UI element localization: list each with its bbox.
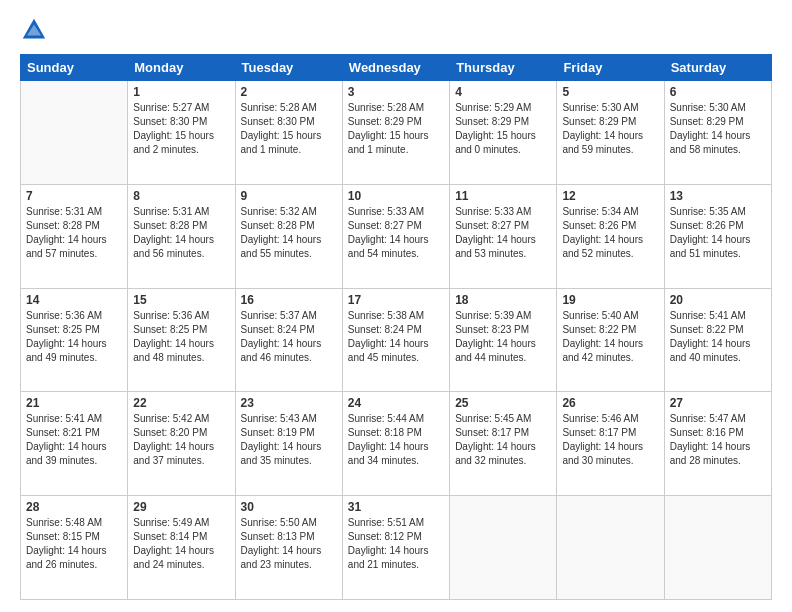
day-info: Sunrise: 5:33 AMSunset: 8:27 PMDaylight:…: [455, 205, 551, 261]
table-row: 12Sunrise: 5:34 AMSunset: 8:26 PMDayligh…: [557, 184, 664, 288]
table-row: 5Sunrise: 5:30 AMSunset: 8:29 PMDaylight…: [557, 81, 664, 185]
day-info: Sunrise: 5:30 AMSunset: 8:29 PMDaylight:…: [670, 101, 766, 157]
day-info: Sunrise: 5:36 AMSunset: 8:25 PMDaylight:…: [133, 309, 229, 365]
day-number: 11: [455, 189, 551, 203]
day-number: 8: [133, 189, 229, 203]
table-row: 25Sunrise: 5:45 AMSunset: 8:17 PMDayligh…: [450, 392, 557, 496]
col-header-thursday: Thursday: [450, 55, 557, 81]
day-number: 25: [455, 396, 551, 410]
day-number: 21: [26, 396, 122, 410]
day-info: Sunrise: 5:50 AMSunset: 8:13 PMDaylight:…: [241, 516, 337, 572]
table-row: [21, 81, 128, 185]
table-row: 22Sunrise: 5:42 AMSunset: 8:20 PMDayligh…: [128, 392, 235, 496]
calendar-table: SundayMondayTuesdayWednesdayThursdayFrid…: [20, 54, 772, 600]
day-number: 20: [670, 293, 766, 307]
day-number: 7: [26, 189, 122, 203]
day-info: Sunrise: 5:46 AMSunset: 8:17 PMDaylight:…: [562, 412, 658, 468]
col-header-friday: Friday: [557, 55, 664, 81]
day-number: 28: [26, 500, 122, 514]
table-row: 27Sunrise: 5:47 AMSunset: 8:16 PMDayligh…: [664, 392, 771, 496]
day-info: Sunrise: 5:34 AMSunset: 8:26 PMDaylight:…: [562, 205, 658, 261]
day-number: 12: [562, 189, 658, 203]
day-info: Sunrise: 5:49 AMSunset: 8:14 PMDaylight:…: [133, 516, 229, 572]
day-number: 27: [670, 396, 766, 410]
day-number: 24: [348, 396, 444, 410]
table-row: 26Sunrise: 5:46 AMSunset: 8:17 PMDayligh…: [557, 392, 664, 496]
day-info: Sunrise: 5:43 AMSunset: 8:19 PMDaylight:…: [241, 412, 337, 468]
day-number: 31: [348, 500, 444, 514]
day-number: 4: [455, 85, 551, 99]
day-info: Sunrise: 5:32 AMSunset: 8:28 PMDaylight:…: [241, 205, 337, 261]
day-number: 30: [241, 500, 337, 514]
table-row: 31Sunrise: 5:51 AMSunset: 8:12 PMDayligh…: [342, 496, 449, 600]
day-info: Sunrise: 5:29 AMSunset: 8:29 PMDaylight:…: [455, 101, 551, 157]
day-number: 2: [241, 85, 337, 99]
day-number: 16: [241, 293, 337, 307]
day-info: Sunrise: 5:42 AMSunset: 8:20 PMDaylight:…: [133, 412, 229, 468]
day-info: Sunrise: 5:51 AMSunset: 8:12 PMDaylight:…: [348, 516, 444, 572]
col-header-tuesday: Tuesday: [235, 55, 342, 81]
day-info: Sunrise: 5:37 AMSunset: 8:24 PMDaylight:…: [241, 309, 337, 365]
table-row: [450, 496, 557, 600]
table-row: 28Sunrise: 5:48 AMSunset: 8:15 PMDayligh…: [21, 496, 128, 600]
table-row: 20Sunrise: 5:41 AMSunset: 8:22 PMDayligh…: [664, 288, 771, 392]
col-header-saturday: Saturday: [664, 55, 771, 81]
day-number: 23: [241, 396, 337, 410]
day-number: 18: [455, 293, 551, 307]
day-number: 17: [348, 293, 444, 307]
col-header-monday: Monday: [128, 55, 235, 81]
table-row: 19Sunrise: 5:40 AMSunset: 8:22 PMDayligh…: [557, 288, 664, 392]
table-row: 14Sunrise: 5:36 AMSunset: 8:25 PMDayligh…: [21, 288, 128, 392]
table-row: 3Sunrise: 5:28 AMSunset: 8:29 PMDaylight…: [342, 81, 449, 185]
table-row: 7Sunrise: 5:31 AMSunset: 8:28 PMDaylight…: [21, 184, 128, 288]
day-info: Sunrise: 5:41 AMSunset: 8:21 PMDaylight:…: [26, 412, 122, 468]
table-row: 18Sunrise: 5:39 AMSunset: 8:23 PMDayligh…: [450, 288, 557, 392]
day-info: Sunrise: 5:40 AMSunset: 8:22 PMDaylight:…: [562, 309, 658, 365]
day-info: Sunrise: 5:31 AMSunset: 8:28 PMDaylight:…: [133, 205, 229, 261]
table-row: [664, 496, 771, 600]
day-number: 15: [133, 293, 229, 307]
day-info: Sunrise: 5:35 AMSunset: 8:26 PMDaylight:…: [670, 205, 766, 261]
day-number: 10: [348, 189, 444, 203]
logo: [20, 16, 52, 44]
col-header-sunday: Sunday: [21, 55, 128, 81]
day-info: Sunrise: 5:45 AMSunset: 8:17 PMDaylight:…: [455, 412, 551, 468]
day-info: Sunrise: 5:39 AMSunset: 8:23 PMDaylight:…: [455, 309, 551, 365]
table-row: 17Sunrise: 5:38 AMSunset: 8:24 PMDayligh…: [342, 288, 449, 392]
day-info: Sunrise: 5:33 AMSunset: 8:27 PMDaylight:…: [348, 205, 444, 261]
day-info: Sunrise: 5:41 AMSunset: 8:22 PMDaylight:…: [670, 309, 766, 365]
day-info: Sunrise: 5:38 AMSunset: 8:24 PMDaylight:…: [348, 309, 444, 365]
table-row: 23Sunrise: 5:43 AMSunset: 8:19 PMDayligh…: [235, 392, 342, 496]
day-info: Sunrise: 5:30 AMSunset: 8:29 PMDaylight:…: [562, 101, 658, 157]
day-info: Sunrise: 5:36 AMSunset: 8:25 PMDaylight:…: [26, 309, 122, 365]
table-row: 24Sunrise: 5:44 AMSunset: 8:18 PMDayligh…: [342, 392, 449, 496]
table-row: 16Sunrise: 5:37 AMSunset: 8:24 PMDayligh…: [235, 288, 342, 392]
generalblue-logo-icon: [20, 16, 48, 44]
day-number: 26: [562, 396, 658, 410]
day-info: Sunrise: 5:28 AMSunset: 8:29 PMDaylight:…: [348, 101, 444, 157]
day-info: Sunrise: 5:48 AMSunset: 8:15 PMDaylight:…: [26, 516, 122, 572]
table-row: 30Sunrise: 5:50 AMSunset: 8:13 PMDayligh…: [235, 496, 342, 600]
day-info: Sunrise: 5:31 AMSunset: 8:28 PMDaylight:…: [26, 205, 122, 261]
table-row: 2Sunrise: 5:28 AMSunset: 8:30 PMDaylight…: [235, 81, 342, 185]
table-row: 21Sunrise: 5:41 AMSunset: 8:21 PMDayligh…: [21, 392, 128, 496]
page: SundayMondayTuesdayWednesdayThursdayFrid…: [0, 0, 792, 612]
table-row: 10Sunrise: 5:33 AMSunset: 8:27 PMDayligh…: [342, 184, 449, 288]
day-number: 6: [670, 85, 766, 99]
day-info: Sunrise: 5:28 AMSunset: 8:30 PMDaylight:…: [241, 101, 337, 157]
table-row: 9Sunrise: 5:32 AMSunset: 8:28 PMDaylight…: [235, 184, 342, 288]
day-number: 3: [348, 85, 444, 99]
day-number: 22: [133, 396, 229, 410]
header: [20, 16, 772, 44]
table-row: 4Sunrise: 5:29 AMSunset: 8:29 PMDaylight…: [450, 81, 557, 185]
day-info: Sunrise: 5:47 AMSunset: 8:16 PMDaylight:…: [670, 412, 766, 468]
day-number: 14: [26, 293, 122, 307]
day-number: 29: [133, 500, 229, 514]
day-info: Sunrise: 5:27 AMSunset: 8:30 PMDaylight:…: [133, 101, 229, 157]
table-row: 13Sunrise: 5:35 AMSunset: 8:26 PMDayligh…: [664, 184, 771, 288]
day-number: 1: [133, 85, 229, 99]
day-info: Sunrise: 5:44 AMSunset: 8:18 PMDaylight:…: [348, 412, 444, 468]
table-row: [557, 496, 664, 600]
table-row: 8Sunrise: 5:31 AMSunset: 8:28 PMDaylight…: [128, 184, 235, 288]
day-number: 5: [562, 85, 658, 99]
